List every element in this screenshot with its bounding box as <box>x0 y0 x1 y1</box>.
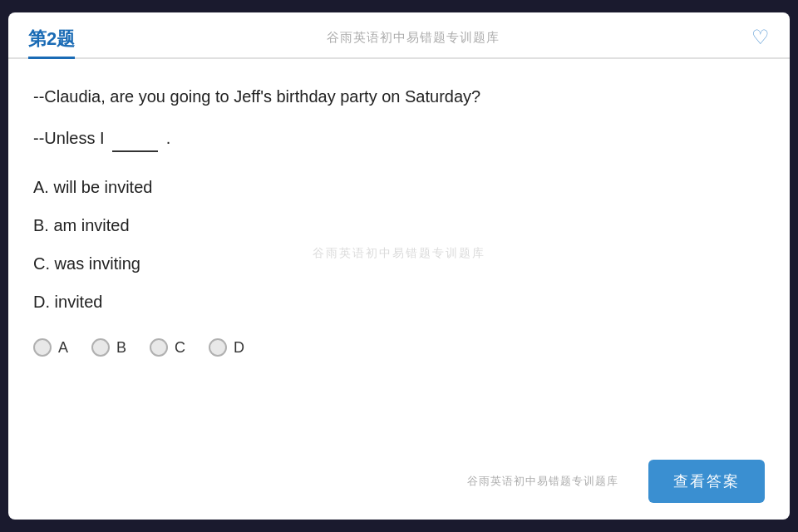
option-c-text: was inviting <box>55 254 140 273</box>
app-title: 谷雨英语初中易错题专训题库 <box>327 30 500 46</box>
question-line1: --Claudia, are you going to Jeff's birth… <box>33 84 765 109</box>
radio-label-a: A <box>58 339 68 357</box>
option-a-text: will be invited <box>53 178 152 196</box>
option-b-label: B. <box>33 216 53 234</box>
app-container: 第2题 谷雨英语初中易错题专训题库 ♡ 谷雨英语初中易错题专训题库 --Clau… <box>8 12 790 520</box>
footer: 谷雨英语初中易错题专训题库 查看答案 <box>8 448 790 520</box>
radio-label-c: C <box>175 339 185 357</box>
option-d: D. invited <box>33 290 765 313</box>
option-a-label: A. <box>33 178 53 196</box>
question-line2: --Unless I . <box>33 126 765 152</box>
radio-b[interactable]: B <box>91 338 126 357</box>
radio-label-d: D <box>234 339 244 357</box>
question-line2-suffix: . <box>166 129 171 147</box>
header: 第2题 谷雨英语初中易错题专训题库 ♡ <box>8 12 790 59</box>
question-line2-prefix: --Unless I <box>33 129 105 147</box>
heart-icon[interactable]: ♡ <box>751 26 770 49</box>
question-number: 第2题 <box>28 27 75 59</box>
radio-circle-d <box>209 338 227 357</box>
fill-blank <box>112 126 158 152</box>
radio-label-b: B <box>116 339 126 357</box>
radio-group: A B C D <box>33 338 765 357</box>
option-d-text: invited <box>55 293 103 311</box>
option-b-text: am invited <box>53 216 129 234</box>
footer-watermark: 谷雨英语初中易错题专训题库 <box>33 474 618 489</box>
radio-circle-a <box>33 338 52 357</box>
radio-circle-b <box>91 338 110 357</box>
radio-d[interactable]: D <box>209 338 244 357</box>
option-d-label: D. <box>33 293 55 311</box>
options-list: A. will be invited B. am invited C. was … <box>33 175 765 313</box>
question-content: 谷雨英语初中易错题专训题库 --Claudia, are you going t… <box>8 59 790 448</box>
option-a: A. will be invited <box>33 175 765 199</box>
option-c: C. was inviting <box>33 252 765 275</box>
option-b: B. am invited <box>33 214 765 237</box>
radio-circle-c <box>150 338 168 357</box>
option-c-label: C. <box>33 254 55 273</box>
view-answer-button[interactable]: 查看答案 <box>648 460 765 503</box>
radio-a[interactable]: A <box>33 338 68 357</box>
radio-c[interactable]: C <box>150 338 185 357</box>
